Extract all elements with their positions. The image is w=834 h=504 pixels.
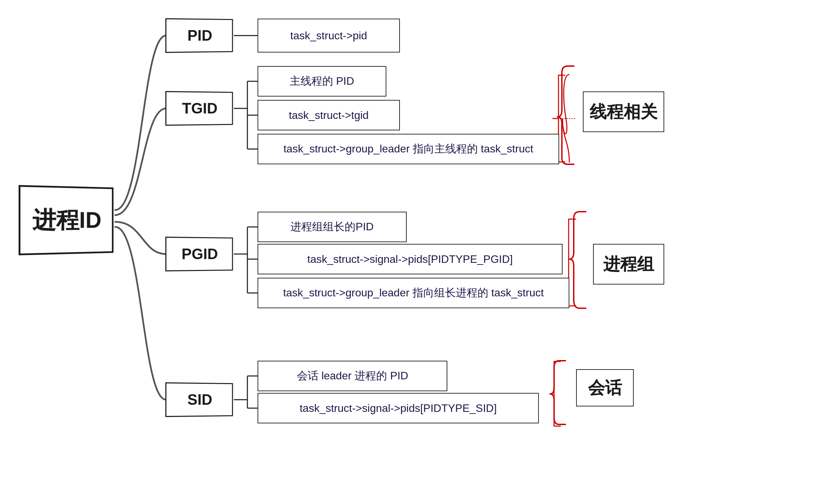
leaf-tgid-2-text: task_struct->tgid: [289, 109, 369, 122]
leaf-tgid-1-text: 主线程的 PID: [290, 74, 354, 89]
brace-session-text: 会话: [588, 377, 622, 399]
leaf-pgid-3: task_struct->group_leader 指向组长进程的 task_s…: [258, 278, 569, 308]
leaf-sid-1: 会话 leader 进程的 PID: [258, 361, 447, 391]
brace-session-label: 会话: [576, 369, 634, 406]
branch-sid-label: SID: [187, 391, 212, 408]
leaf-pgid-2-text: task_struct->signal->pids[PIDTYPE_PGID]: [307, 253, 513, 266]
leaf-tgid-1: 主线程的 PID: [258, 66, 386, 97]
leaf-tgid-3-text: task_struct->group_leader 指向主线程的 task_st…: [283, 142, 533, 156]
branch-pid: PID: [165, 18, 233, 53]
leaf-tgid-2: task_struct->tgid: [258, 100, 400, 130]
leaf-sid-2: task_struct->signal->pids[PIDTYPE_SID]: [258, 393, 539, 423]
leaf-pgid-2: task_struct->signal->pids[PIDTYPE_PGID]: [258, 244, 563, 274]
brace-pgroup-text: 进程组: [603, 253, 654, 276]
root-label: 进程ID: [32, 204, 101, 236]
brace-thread-text: 线程相关: [590, 101, 657, 123]
leaf-sid-1-text: 会话 leader 进程的 PID: [297, 369, 408, 383]
leaf-pgid-3-text: task_struct->group_leader 指向组长进程的 task_s…: [283, 286, 544, 300]
root-node: 进程ID: [19, 185, 114, 255]
leaf-pid-1-text: task_struct->pid: [290, 29, 367, 42]
leaf-pid-1: task_struct->pid: [258, 19, 400, 52]
leaf-pgid-1-text: 进程组组长的PID: [290, 219, 373, 234]
leaf-pgid-1: 进程组组长的PID: [258, 212, 407, 242]
brace-thread-label: 线程相关: [583, 91, 664, 132]
branch-pgid-label: PGID: [182, 246, 218, 263]
branch-sid: SID: [165, 382, 233, 417]
branch-tgid: TGID: [165, 91, 233, 126]
leaf-tgid-3: task_struct->group_leader 指向主线程的 task_st…: [258, 134, 559, 164]
branch-pid-label: PID: [187, 27, 212, 44]
brace-pgroup-label: 进程组: [593, 244, 664, 285]
branch-pgid: PGID: [165, 237, 233, 271]
branch-tgid-label: TGID: [182, 100, 218, 117]
leaf-sid-2-text: task_struct->signal->pids[PIDTYPE_SID]: [300, 402, 497, 415]
